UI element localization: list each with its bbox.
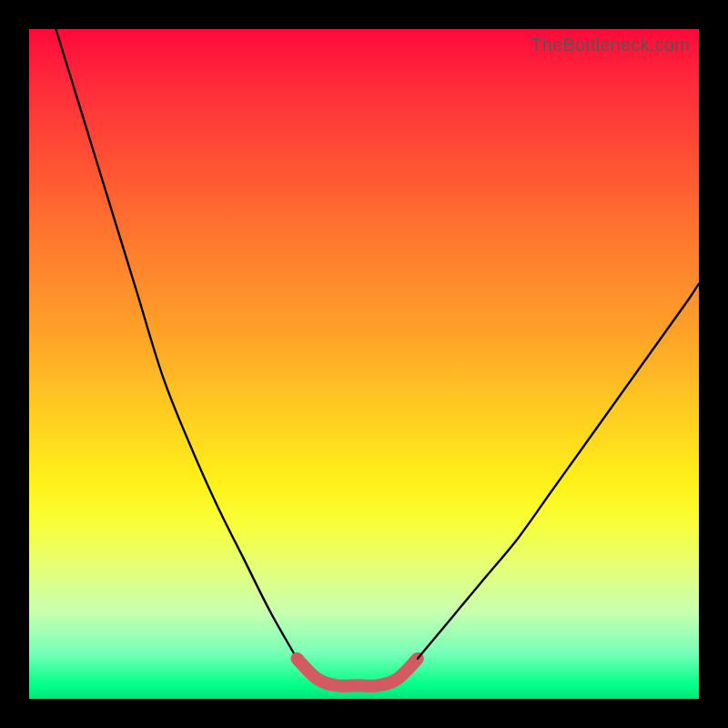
red-flat-segment — [297, 659, 418, 686]
black-curve-left — [56, 29, 297, 659]
plot-area: TheBottleneck.com — [29, 29, 699, 699]
chart-frame: TheBottleneck.com — [0, 0, 728, 728]
curve-layer — [29, 29, 699, 699]
black-curve-right — [418, 284, 699, 659]
